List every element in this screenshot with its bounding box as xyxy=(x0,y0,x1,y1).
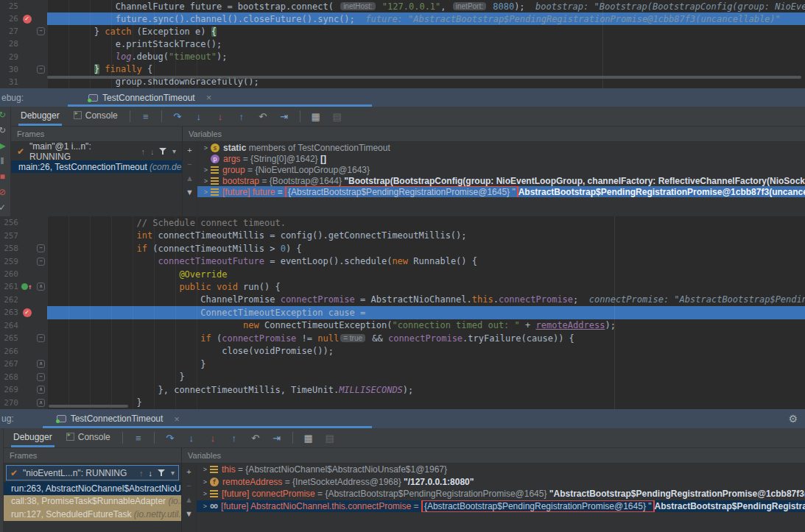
editor-gutter[interactable]: 257 xyxy=(0,229,47,241)
run-to-cursor-icon[interactable]: ⇥ xyxy=(271,433,283,444)
editor-gutter[interactable]: 261↑∧ xyxy=(0,280,47,293)
editor-gutter[interactable]: 258− xyxy=(0,242,47,255)
variable-row[interactable]: >this = {AbstractNioChannel$AbstractNioU… xyxy=(197,464,805,476)
variable-row[interactable]: >fremoteAddress = {InetSocketAddress@196… xyxy=(197,476,805,489)
editor-gutter[interactable]: 265− xyxy=(0,332,47,344)
tab-debugger[interactable]: Debugger xyxy=(18,107,62,126)
next-occurrence-icon[interactable]: ↓ xyxy=(150,147,155,156)
resume-button[interactable]: ▶ xyxy=(0,141,9,151)
editor-gutter[interactable]: 267∧ xyxy=(0,358,47,370)
fold-marker[interactable]: ∧ xyxy=(37,283,45,291)
thread-dropdown-icon[interactable]: ▾ xyxy=(172,147,176,155)
expand-arrow-icon[interactable]: > xyxy=(201,166,211,174)
editor-gutter[interactable]: 30− xyxy=(0,63,47,76)
fold-marker[interactable]: − xyxy=(37,373,45,381)
step-over-icon[interactable]: ↷ xyxy=(164,433,176,444)
expand-arrow-icon[interactable]: > xyxy=(201,188,211,196)
add-watch-button[interactable]: + xyxy=(187,146,191,155)
prev-occurrence-icon[interactable]: ↑ xyxy=(141,147,145,156)
filter-frames-icon[interactable] xyxy=(159,147,167,155)
fold-marker[interactable]: − xyxy=(37,27,45,35)
add-watch-button[interactable]: + xyxy=(186,467,191,476)
run-to-cursor-icon[interactable]: ⇥ xyxy=(278,111,290,122)
variable-row[interactable]: >[future] connectPromise = {AbstractBoot… xyxy=(197,488,805,500)
editor-gutter[interactable]: 28 xyxy=(0,38,47,50)
editor-gutter[interactable]: 266 xyxy=(0,345,47,358)
close-tab-icon[interactable]: × xyxy=(174,414,180,425)
move-watch-up-button[interactable]: ▲ xyxy=(185,495,193,504)
editor-gutter[interactable]: 268− xyxy=(0,370,47,383)
view-breakpoints-button[interactable]: ✓ xyxy=(0,202,9,213)
breakpoint-verified-icon[interactable]: ✓ xyxy=(20,308,34,317)
editor-gutter[interactable]: 259− xyxy=(0,255,47,267)
editor-gutter[interactable]: 29 xyxy=(0,51,47,63)
thread-dropdown-icon[interactable]: ▾ xyxy=(171,469,175,477)
stack-frame-row[interactable]: main:26, TestConnectionTimeout (com.demo… xyxy=(11,160,182,173)
pause-button[interactable]: ‖ xyxy=(0,156,9,166)
stack-frame-row[interactable]: run:263, AbstractNioChannel$AbstractNioU… xyxy=(4,482,181,495)
editor-gutter[interactable]: 262 xyxy=(0,294,47,306)
variable-row[interactable]: >oo[future] AbstractNioChannel.this.conn… xyxy=(197,500,805,513)
fold-marker[interactable]: ∧ xyxy=(37,386,45,394)
editor-gutter[interactable]: 260 xyxy=(0,268,47,280)
expand-arrow-icon[interactable]: > xyxy=(201,177,211,185)
next-occurrence-icon[interactable]: ↓ xyxy=(148,469,152,478)
restore-layout-icon[interactable]: ≡ xyxy=(133,433,144,444)
debug-session-tab[interactable]: TestConnectionTimeout× xyxy=(57,414,180,425)
editor-gutter[interactable]: 264 xyxy=(0,319,47,332)
variable-row[interactable]: >group = {NioEventLoopGroup@1643} xyxy=(197,164,805,175)
layout-settings-icon[interactable]: ▤ xyxy=(324,433,336,444)
editor-gutter[interactable]: 263✓ xyxy=(0,306,47,319)
fold-marker[interactable]: ∧ xyxy=(37,399,45,407)
editor-gutter[interactable]: 269∧ xyxy=(0,383,47,396)
prev-occurrence-icon[interactable]: ↑ xyxy=(139,469,144,478)
mute-breakpoints-button[interactable]: ⊘ xyxy=(0,187,9,197)
variable-row[interactable]: >[future] future = {AbstractBootstrap$Pe… xyxy=(197,186,805,197)
evaluate-expression-icon[interactable]: ▦ xyxy=(310,111,322,122)
step-into-icon[interactable]: ↓ xyxy=(186,433,197,444)
variable-row[interactable]: >sstatic members of TestConnectionTimeou… xyxy=(197,142,805,153)
close-tab-icon[interactable]: × xyxy=(206,92,212,103)
force-step-into-icon[interactable]: ↓ xyxy=(207,433,219,444)
tab-console[interactable]: Console xyxy=(71,107,120,126)
breakpoint-verified-icon[interactable]: ✓ xyxy=(20,15,34,24)
tab-debugger[interactable]: Debugger xyxy=(11,428,55,447)
editor-hscrollbar[interactable] xyxy=(47,76,801,79)
rerun-button[interactable]: ↻ xyxy=(0,110,9,120)
editor-gutter[interactable]: 25 xyxy=(0,0,47,13)
expand-arrow-icon[interactable]: > xyxy=(200,490,210,497)
reload-changed-classes-button[interactable]: ↻ xyxy=(0,125,9,135)
force-step-into-icon[interactable]: ↓ xyxy=(214,111,226,122)
expand-arrow-icon[interactable]: > xyxy=(200,466,210,473)
settings-gear-icon[interactable]: ⚙ xyxy=(788,413,798,425)
remove-watch-button[interactable]: − xyxy=(186,481,191,490)
step-out-icon[interactable]: ↑ xyxy=(236,111,247,122)
step-into-icon[interactable]: ↓ xyxy=(193,111,205,122)
fold-marker[interactable]: ∧ xyxy=(37,360,45,368)
editor-gutter[interactable]: 26✓ xyxy=(0,13,47,25)
stop-button[interactable]: ■ xyxy=(0,171,9,182)
move-watch-up-button[interactable]: ▲ xyxy=(186,174,194,182)
drop-frame-icon[interactable]: ↶ xyxy=(257,111,269,122)
tab-console[interactable]: Console xyxy=(64,428,113,447)
remove-watch-button[interactable]: − xyxy=(187,160,191,169)
editor-gutter[interactable]: 256 xyxy=(0,216,47,229)
move-watch-down-button[interactable]: ▼ xyxy=(185,509,193,518)
variable-row[interactable]: pargs = {String[0]@1642} [] xyxy=(197,153,805,164)
step-over-icon[interactable]: ↷ xyxy=(172,111,183,122)
fold-marker[interactable]: − xyxy=(37,65,45,74)
thread-selector[interactable]: ✔"main"@1 i...n": RUNNING↑↓▾ xyxy=(13,143,180,159)
editor-hscrollbar[interactable] xyxy=(49,405,128,408)
drop-frame-icon[interactable]: ↶ xyxy=(250,433,261,444)
editor-gutter[interactable]: 270∧ xyxy=(0,396,47,408)
editor-gutter[interactable]: 27− xyxy=(0,25,47,38)
move-watch-down-button[interactable]: ▼ xyxy=(186,188,194,196)
stack-frame-row[interactable]: call:38, PromiseTask$RunnableAdapter (io… xyxy=(4,495,181,508)
fold-marker[interactable]: − xyxy=(37,258,45,266)
restore-layout-icon[interactable]: ≡ xyxy=(140,111,152,122)
filter-frames-icon[interactable] xyxy=(158,469,166,477)
override-marker-icon[interactable]: ↑ xyxy=(20,283,34,291)
expand-arrow-icon[interactable]: > xyxy=(201,144,211,152)
expand-arrow-icon[interactable]: > xyxy=(200,503,210,510)
step-out-icon[interactable]: ↑ xyxy=(228,433,240,444)
